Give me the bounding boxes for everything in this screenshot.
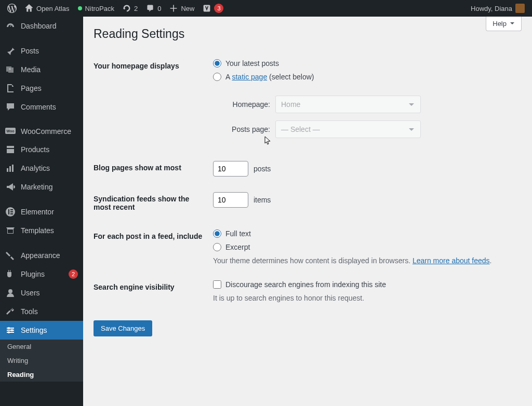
postspage-select-label: Posts page: <box>223 125 270 133</box>
pin-icon <box>5 46 16 56</box>
analytics-icon <box>5 163 16 173</box>
static-page-link[interactable]: static page <box>232 73 267 81</box>
new-link[interactable]: New <box>165 0 198 17</box>
radio-excerpt[interactable] <box>213 243 221 251</box>
yoast-icon <box>203 4 211 12</box>
chevron-down-icon <box>510 20 515 28</box>
menu-posts[interactable]: Posts <box>0 42 83 60</box>
feeds-input[interactable] <box>213 192 248 208</box>
submenu-general[interactable]: General <box>0 340 83 354</box>
svg-rect-5 <box>9 166 11 172</box>
blog-pages-input[interactable] <box>213 161 248 177</box>
discourage-label: Discourage search engines from indexing … <box>225 280 386 289</box>
site-name: Open Atlas <box>36 5 70 12</box>
radio-static-page[interactable] <box>213 73 221 81</box>
menu-products[interactable]: Products <box>0 140 83 159</box>
svg-point-18 <box>8 331 10 333</box>
radio-static-page-label: A static page (select below) <box>225 73 314 81</box>
svg-point-12 <box>8 289 12 293</box>
appearance-icon <box>5 250 16 261</box>
homepage-select: Home <box>275 96 421 113</box>
comments-link[interactable]: 0 <box>142 0 165 17</box>
page-title: Reading Settings <box>94 17 522 46</box>
comment-icon <box>146 4 154 12</box>
settings-icon <box>5 325 16 335</box>
menu-templates[interactable]: Templates <box>0 221 83 240</box>
svg-text:Woo: Woo <box>6 129 14 133</box>
menu-users[interactable]: Users <box>0 283 83 302</box>
learn-more-feeds-link[interactable]: Learn more about feeds <box>413 256 490 265</box>
wordpress-icon <box>7 4 17 13</box>
plugins-badge: 2 <box>69 269 78 279</box>
blog-pages-unit: posts <box>254 165 271 173</box>
avatar-icon <box>515 4 525 13</box>
submenu-writing[interactable]: Writing <box>0 354 83 368</box>
feed-include-label: For each post in a feed, include <box>94 222 208 273</box>
search-description: It is up to search engines to honor this… <box>213 294 516 302</box>
marketing-icon <box>5 182 16 192</box>
svg-point-16 <box>8 327 10 329</box>
menu-tools[interactable]: Tools <box>0 302 83 321</box>
svg-rect-10 <box>10 211 13 212</box>
update-icon <box>123 4 131 12</box>
save-button[interactable]: Save Changes <box>94 320 152 336</box>
menu-elementor[interactable]: Elementor <box>0 202 83 221</box>
svg-rect-4 <box>7 168 8 172</box>
help-tab[interactable]: Help <box>486 17 522 31</box>
feeds-unit: items <box>254 196 271 204</box>
radio-latest-posts[interactable] <box>213 59 221 67</box>
menu-plugins[interactable]: Plugins2 <box>0 265 83 283</box>
yoast-link[interactable]: 3 <box>198 0 228 17</box>
svg-rect-8 <box>8 209 9 214</box>
menu-media[interactable]: Media <box>0 60 83 79</box>
submenu-reading[interactable]: Reading <box>0 368 83 382</box>
radio-full-text-label: Full text <box>225 229 251 238</box>
updates-link[interactable]: 2 <box>118 0 142 17</box>
svg-point-17 <box>11 329 13 331</box>
svg-point-1 <box>9 68 11 70</box>
nitropack-link[interactable]: NitroPack <box>74 0 118 17</box>
status-dot-icon <box>78 6 82 10</box>
elementor-icon <box>5 207 16 217</box>
radio-full-text[interactable] <box>213 229 221 238</box>
yoast-badge: 3 <box>214 4 223 13</box>
homepage-select-label: Homepage: <box>223 100 270 109</box>
postspage-select: — Select — <box>275 120 421 138</box>
tools-icon <box>5 306 16 317</box>
search-visibility-label: Search engine visibility <box>94 273 208 310</box>
menu-comments[interactable]: Comments <box>0 98 83 116</box>
svg-rect-6 <box>12 165 14 172</box>
menu-appearance[interactable]: Appearance <box>0 246 83 265</box>
homepage-display-label: Your homepage displays <box>94 51 208 153</box>
menu-pages[interactable]: Pages <box>0 79 83 98</box>
woo-icon: Woo <box>5 128 16 135</box>
media-icon <box>5 64 16 75</box>
products-icon <box>5 144 16 155</box>
menu-marketing[interactable]: Marketing <box>0 178 83 196</box>
templates-icon <box>5 225 16 236</box>
radio-excerpt-label: Excerpt <box>225 243 250 251</box>
menu-woocommerce[interactable]: WooWooCommerce <box>0 123 83 140</box>
comments-icon <box>5 102 16 112</box>
plugins-icon <box>5 269 16 279</box>
blog-pages-label: Blog pages show at most <box>94 153 208 184</box>
radio-latest-posts-label: Your latest posts <box>225 59 279 67</box>
my-account-link[interactable]: Howdy, Diana <box>467 0 529 17</box>
menu-analytics[interactable]: Analytics <box>0 159 83 178</box>
menu-settings[interactable]: Settings <box>0 321 83 340</box>
menu-dashboard[interactable]: Dashboard <box>0 17 83 35</box>
discourage-checkbox[interactable] <box>213 280 221 289</box>
users-icon <box>5 288 16 298</box>
svg-rect-11 <box>10 213 13 214</box>
plus-icon <box>169 4 178 12</box>
dashboard-icon <box>5 21 16 31</box>
feed-description: Your theme determines how content is dis… <box>213 256 516 265</box>
feeds-label: Syndication feeds show the most recent <box>94 184 208 222</box>
wp-logo[interactable] <box>3 0 21 17</box>
home-icon <box>25 4 33 12</box>
svg-rect-9 <box>10 209 13 210</box>
pages-icon <box>5 83 16 93</box>
site-name-link[interactable]: Open Atlas <box>21 0 74 17</box>
